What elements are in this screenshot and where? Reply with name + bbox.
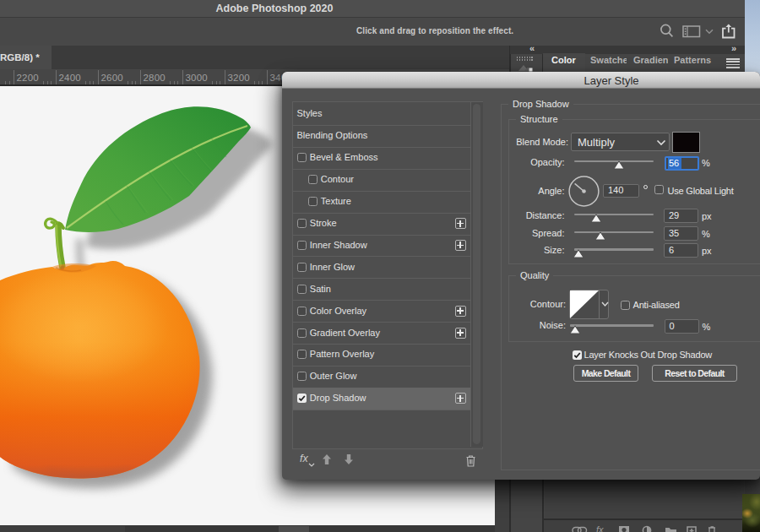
svg-text:fx: fx (596, 524, 604, 532)
